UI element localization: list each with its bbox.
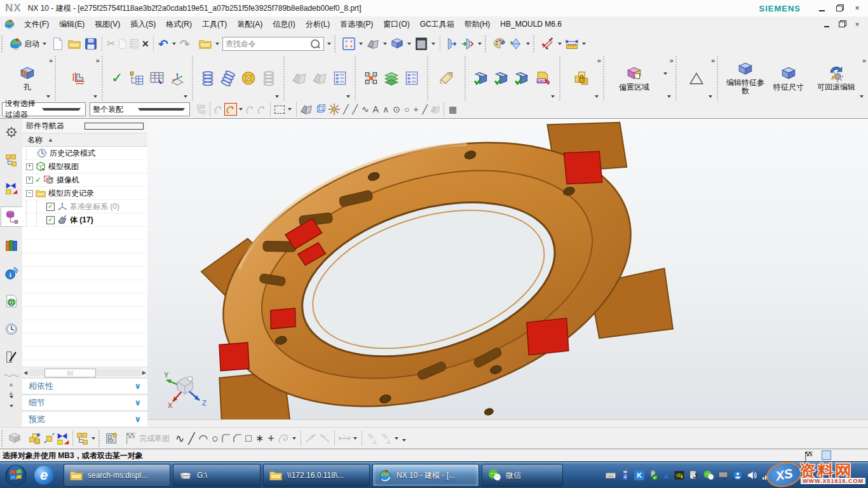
group-expand[interactable]: » <box>862 57 866 64</box>
offset-region-button[interactable]: 偏置区域 <box>611 65 658 92</box>
cut-icon[interactable]: ✂ <box>105 38 117 50</box>
taskbar-button-wechat[interactable]: 微信 <box>482 464 563 487</box>
section-curve-icon[interactable] <box>311 70 328 86</box>
assembly-navigator-button[interactable] <box>2 151 21 170</box>
taskbar-button-nx[interactable]: NX 10 - 建模 - [... <box>372 464 479 487</box>
group-expand[interactable]: » <box>96 57 100 64</box>
snap-arrow-icon[interactable]: ∧ <box>381 104 391 114</box>
usb-device-icon[interactable] <box>620 470 631 481</box>
snap-tangent-icon[interactable]: ╱ <box>421 104 430 114</box>
constraint-navigator-button[interactable] <box>2 179 21 198</box>
menu-information[interactable]: 信息(I) <box>268 17 300 32</box>
show-hide-button[interactable] <box>459 36 476 52</box>
snap-center-icon[interactable]: ⊙ <box>391 104 402 114</box>
scroll-left-icon[interactable]: ◀ <box>24 370 27 376</box>
group-dropdown[interactable] <box>551 95 555 98</box>
true-shading-button[interactable] <box>491 36 508 52</box>
fillet-tool[interactable] <box>220 433 232 444</box>
quick-trim-tool[interactable] <box>304 431 318 445</box>
redo-button[interactable]: ↷ <box>178 37 192 51</box>
snap-face-icon[interactable] <box>430 104 441 115</box>
group-dropdown[interactable] <box>275 95 279 98</box>
child-close-button[interactable]: × <box>853 20 862 29</box>
copy-icon[interactable] <box>117 38 128 50</box>
rectangle-select-icon[interactable] <box>275 105 285 114</box>
checkbox-checked[interactable]: ✓ <box>46 203 55 211</box>
hole-button[interactable]: 孔 <box>6 65 48 92</box>
hd3d-tools-button[interactable] <box>2 264 21 283</box>
window-layout-button[interactable] <box>413 36 430 52</box>
system-materials-button[interactable] <box>2 348 21 367</box>
line-tool[interactable]: ╱ <box>186 433 196 445</box>
taskbar-button-gdrive[interactable]: G:\ <box>173 464 261 487</box>
clip-section-button[interactable] <box>508 36 524 52</box>
rename-abc-icon[interactable] <box>534 70 551 86</box>
roles-button[interactable] <box>2 123 21 142</box>
web-browser-button[interactable] <box>2 292 21 311</box>
taskbar-button-search[interactable]: search-ms:displ... <box>64 464 170 487</box>
shaded-cube-icon[interactable] <box>299 102 313 116</box>
security-shield-icon[interactable] <box>732 470 743 481</box>
open-recent-button[interactable] <box>197 36 214 52</box>
measure-distance-button[interactable] <box>539 36 556 52</box>
details-section[interactable]: 细节 ∨ <box>22 394 147 410</box>
datum-plane-icon[interactable] <box>169 70 186 86</box>
menu-hb-mould[interactable]: HB_MOULD M6.6 <box>495 18 567 30</box>
assembly-constraints-button[interactable] <box>56 431 70 445</box>
snap-midpoint-icon[interactable]: ╱ <box>350 104 359 114</box>
preview-section[interactable]: 预览 ∨ <box>22 410 147 427</box>
navigator-column-header[interactable]: 名称 ▲ <box>22 133 147 147</box>
extension-spring-icon[interactable] <box>217 67 240 90</box>
display-constraints-tool[interactable] <box>379 431 393 445</box>
render-style-button[interactable] <box>365 36 381 52</box>
sketch-button[interactable] <box>105 431 119 445</box>
snap-point-on-icon[interactable]: + <box>411 104 420 114</box>
toolbar-handle[interactable] <box>1 430 5 447</box>
snap-curve-icon[interactable]: ∿ <box>360 104 371 114</box>
new-file-button[interactable] <box>50 36 66 52</box>
section-view-icon[interactable] <box>291 70 308 86</box>
toolbar-handle[interactable] <box>485 36 489 52</box>
driver-genius-icon[interactable]: K <box>634 470 644 480</box>
ie-taskbar-button[interactable]: e <box>33 464 55 486</box>
dock-down-icon[interactable] <box>10 400 13 405</box>
rollback-edit-button[interactable]: 可回滚编辑 <box>811 65 862 92</box>
edit-section-icon[interactable] <box>332 70 348 86</box>
pattern-component-button[interactable] <box>76 431 90 445</box>
group-expand[interactable]: » <box>711 57 715 64</box>
toolbar-handle[interactable] <box>1 36 5 52</box>
checkbox-checked[interactable]: ✓ <box>46 216 55 224</box>
group-expand[interactable]: » <box>597 57 601 64</box>
undo-button[interactable]: ↶ <box>156 37 170 51</box>
sort-ascending-icon[interactable]: ▲ <box>48 137 53 143</box>
select-handle-icon[interactable] <box>213 104 224 115</box>
part-navigator-button[interactable] <box>1 207 24 227</box>
start-menu-button[interactable]: 启动 <box>8 36 50 52</box>
menu-tools[interactable]: 工具(T) <box>197 17 232 32</box>
group-dropdown[interactable] <box>184 95 187 98</box>
close-button[interactable]: × <box>853 4 862 13</box>
feature-tree-icon[interactable] <box>128 70 145 86</box>
tree-item-body[interactable]: ✓ 体 (17) <box>22 214 147 227</box>
arc-tool[interactable]: ◠ <box>197 433 210 445</box>
fit-view-button[interactable] <box>341 36 357 52</box>
expand-icon[interactable]: + <box>26 177 33 184</box>
point-tool[interactable]: + <box>266 432 276 445</box>
snap-options-icon[interactable] <box>327 102 341 116</box>
group-dropdown[interactable] <box>346 95 350 98</box>
toolbar-handle[interactable] <box>98 430 102 447</box>
display-part-icon[interactable] <box>8 431 22 445</box>
graphics-tray-icon[interactable]: ▲ <box>662 471 670 480</box>
input-method-icon[interactable] <box>605 470 616 481</box>
offset-dropdown[interactable] <box>663 72 667 75</box>
tree-item-history-mode[interactable]: 历史记录模式 <box>22 147 147 160</box>
float-panel-icon[interactable] <box>85 123 144 130</box>
history-palette-button[interactable] <box>2 320 21 339</box>
compression-spring-icon[interactable] <box>200 70 216 86</box>
tree-item-model-views[interactable]: + 模型视图 <box>22 160 147 173</box>
sketch-table-icon[interactable] <box>149 70 165 86</box>
nvidia-settings-icon[interactable] <box>674 470 685 481</box>
washer-coil-icon[interactable] <box>240 70 257 86</box>
dependencies-section[interactable]: 相依性 ∨ <box>22 377 147 394</box>
assembly-filter-icon[interactable] <box>196 104 207 115</box>
